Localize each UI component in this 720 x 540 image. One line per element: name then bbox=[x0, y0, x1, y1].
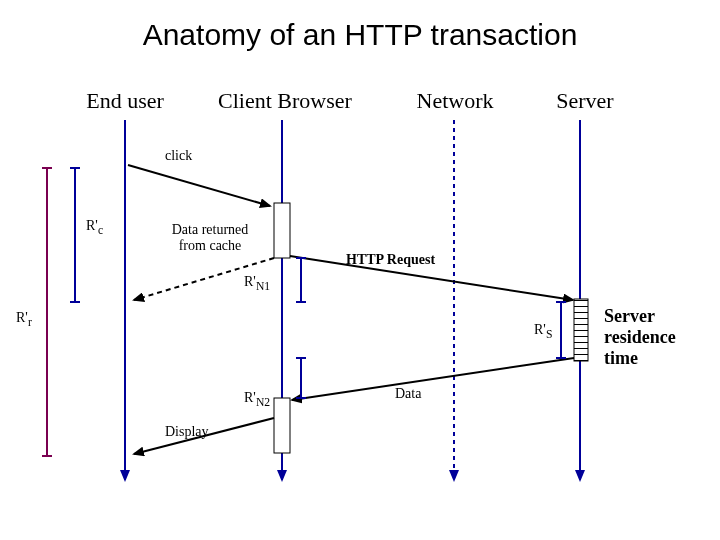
svg-rect-13 bbox=[274, 203, 290, 258]
annot-line-2: residence bbox=[604, 327, 676, 348]
svg-line-12 bbox=[128, 165, 270, 206]
rn2-label: R'N2 bbox=[244, 390, 270, 409]
rr-label: R'r bbox=[16, 310, 32, 329]
svg-line-17 bbox=[292, 358, 574, 400]
diagram-stage: Anatomy of an HTTP transaction End user … bbox=[0, 0, 720, 540]
diagram-svg bbox=[0, 0, 720, 540]
annot-line-3: time bbox=[604, 348, 676, 369]
msg-http-request: HTTP Request bbox=[346, 252, 435, 268]
annot-line-1: Server bbox=[604, 306, 676, 327]
annot-server-residence: Server residence time bbox=[604, 306, 676, 369]
msg-data: Data bbox=[395, 386, 421, 402]
msg-cache-1: Data returned bbox=[150, 222, 270, 238]
msg-cache-2: from cache bbox=[150, 238, 270, 254]
msg-click: click bbox=[165, 148, 192, 164]
rs-label: R'S bbox=[534, 322, 552, 341]
rc-label: R'c bbox=[86, 218, 103, 237]
rn1-label: R'N1 bbox=[244, 274, 270, 293]
svg-rect-16 bbox=[574, 299, 588, 361]
msg-display: Display bbox=[165, 424, 209, 440]
svg-rect-18 bbox=[274, 398, 290, 453]
